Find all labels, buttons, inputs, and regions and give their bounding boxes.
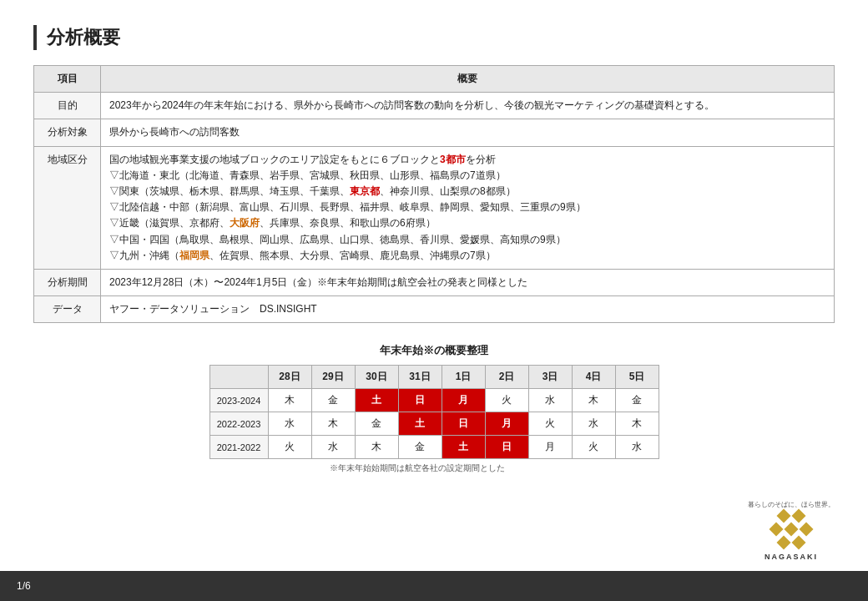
calendar-row: 2023-2024木金土日月火水木金 — [209, 389, 659, 412]
row-label-data: データ — [34, 296, 101, 323]
row-label-target: 分析対象 — [34, 119, 101, 146]
diamond-6 — [777, 536, 791, 550]
row-content-data: ヤフー・データソリューション DS.INSIGHT — [101, 296, 835, 323]
calendar-cell: 木 — [615, 412, 659, 436]
calendar-cell: 日 — [398, 389, 442, 412]
calendar-cell: 火 — [268, 436, 311, 459]
table-row: 分析対象 県外から長崎市への訪問客数 — [34, 119, 835, 146]
table-row: データ ヤフー・データソリューション DS.INSIGHT — [34, 296, 835, 323]
page-number: 1/6 — [17, 580, 31, 592]
cal-col-5: 5日 — [615, 366, 659, 389]
calendar-cell: 水 — [528, 389, 572, 412]
calendar-cell: 月 — [528, 436, 572, 459]
calendar-cell: 月 — [442, 389, 485, 412]
calendar-cell: 日 — [442, 412, 485, 436]
row-content-target: 県外から長崎市への訪問客数 — [101, 119, 835, 146]
region-intro: 国の地域観光事業支援の地域ブロックのエリア設定をもとに６ブロックと3都市を分析 — [109, 152, 825, 168]
diamond-1 — [777, 509, 791, 523]
calendar-cell: 土 — [442, 436, 485, 459]
calendar-cell: 金 — [615, 389, 659, 412]
calendar-cell: 金 — [311, 389, 355, 412]
calendar-cell: 木 — [311, 412, 355, 436]
calendar-cell: 木 — [268, 389, 311, 412]
calendar-cell: 木 — [355, 436, 398, 459]
calendar-cell: 金 — [398, 436, 442, 459]
calendar-title: 年末年始※の概要整理 — [380, 343, 488, 358]
logo-brand: NAGASAKI — [765, 553, 818, 561]
calendar-cell: 土 — [398, 412, 442, 436]
calendar-row: 2022-2023水木金土日月火水木 — [209, 412, 659, 436]
cal-col-30: 30日 — [355, 366, 398, 389]
table-row: 地域区分 国の地域観光事業支援の地域ブロックのエリア設定をもとに６ブロックと3都… — [34, 146, 835, 269]
logo-slogan: 暮らしのそばに、ほら世界。 — [748, 500, 835, 509]
cal-col-31: 31日 — [398, 366, 442, 389]
calendar-cell: 水 — [268, 412, 311, 436]
cal-col-28: 28日 — [268, 366, 311, 389]
calendar-cell: 水 — [311, 436, 355, 459]
calendar-cell: 火 — [572, 436, 615, 459]
page: 分析概要 項目 概要 目的 2023年から2024年の年末年始における、県外から… — [0, 0, 868, 601]
col-header-item: 項目 — [34, 66, 101, 93]
row-content-purpose: 2023年から2024年の年末年始における、県外から長崎市への訪問客数の動向を分… — [101, 93, 835, 119]
calendar-cell: 月 — [485, 412, 528, 436]
diamond-7 — [792, 536, 806, 550]
row-content-period: 2023年12月28日（木）〜2024年1月5日（金）※年末年始期間は航空会社の… — [101, 269, 835, 295]
page-header: 分析概要 — [33, 25, 835, 50]
region-line-5: ▽中国・四国（鳥取県、島根県、岡山県、広島県、山口県、徳島県、香川県、愛媛県、高… — [109, 232, 825, 248]
cal-col-4: 4日 — [572, 366, 615, 389]
calendar-row-label: 2021-2022 — [209, 436, 268, 459]
diamond-5 — [800, 523, 814, 537]
page-title: 分析概要 — [47, 25, 120, 50]
calendar-cell: 日 — [485, 436, 528, 459]
calendar-cell: 土 — [355, 389, 398, 412]
diamond-2 — [792, 509, 806, 523]
region-line-1: ▽北海道・東北（北海道、青森県、岩手県、宮城県、秋田県、山形県、福島県の7道県） — [109, 168, 825, 184]
cal-col-1: 1日 — [442, 366, 485, 389]
logo-diamond — [770, 509, 813, 549]
calendar-cell: 金 — [355, 412, 398, 436]
calendar-table: 28日 29日 30日 31日 1日 2日 3日 4日 5日 2023-2024… — [209, 365, 659, 459]
region-line-3: ▽北陸信越・中部（新潟県、富山県、石川県、長野県、福井県、岐阜県、静岡県、愛知県… — [109, 199, 825, 215]
calendar-row-label: 2022-2023 — [209, 412, 268, 436]
main-table: 項目 概要 目的 2023年から2024年の年末年始における、県外から長崎市への… — [33, 65, 835, 323]
region-line-6: ▽九州・沖縄（福岡県、佐賀県、熊本県、大分県、宮崎県、鹿児島県、沖縄県の7県） — [109, 248, 825, 264]
bottom-bar: 1/6 — [0, 571, 868, 601]
calendar-cell: 火 — [485, 389, 528, 412]
region-line-4: ▽近畿（滋賀県、京都府、大阪府、兵庫県、奈良県、和歌山県の6府県） — [109, 215, 825, 231]
calendar-row: 2021-2022火水木金土日月火水 — [209, 436, 659, 459]
calendar-cell: 火 — [528, 412, 572, 436]
row-label-region: 地域区分 — [34, 146, 101, 269]
diamond-4 — [785, 523, 799, 537]
logo-area: 暮らしのそばに、ほら世界。 NAGASAKI — [748, 500, 835, 561]
row-label-period: 分析期間 — [34, 269, 101, 295]
calendar-cell: 木 — [572, 389, 615, 412]
row-content-region: 国の地域観光事業支援の地域ブロックのエリア設定をもとに６ブロックと3都市を分析 … — [101, 146, 835, 269]
cal-col-label — [209, 366, 268, 389]
cal-col-2: 2日 — [485, 366, 528, 389]
table-row: 目的 2023年から2024年の年末年始における、県外から長崎市への訪問客数の動… — [34, 93, 835, 119]
calendar-row-label: 2023-2024 — [209, 389, 268, 412]
calendar-footnote: ※年末年始始期間は航空各社の設定期間とした — [330, 462, 538, 474]
calendar-section: 年末年始※の概要整理 28日 29日 30日 31日 1日 2日 3日 4日 5… — [33, 343, 835, 474]
diamond-3 — [770, 523, 784, 537]
calendar-cell: 水 — [615, 436, 659, 459]
row-label-purpose: 目的 — [34, 93, 101, 119]
col-header-overview: 概要 — [101, 66, 835, 93]
region-line-2: ▽関東（茨城県、栃木県、群馬県、埼玉県、千葉県、東京都、神奈川県、山梨県の8都県… — [109, 184, 825, 199]
cal-col-29: 29日 — [311, 366, 355, 389]
calendar-cell: 水 — [572, 412, 615, 436]
cal-col-3: 3日 — [528, 366, 572, 389]
table-row: 分析期間 2023年12月28日（木）〜2024年1月5日（金）※年末年始期間は… — [34, 269, 835, 295]
